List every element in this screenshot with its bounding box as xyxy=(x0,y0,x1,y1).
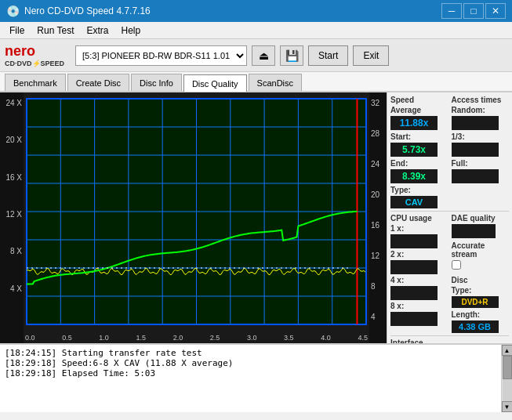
save-button[interactable]: 💾 xyxy=(280,45,303,66)
cpu-1x-label: 1 x: xyxy=(390,224,448,233)
menu-run-test[interactable]: Run Test xyxy=(31,22,80,39)
toolbar: nero CD·DVD⚡SPEED [5:3] PIONEER BD-RW BD… xyxy=(0,39,512,72)
scroll-track xyxy=(503,356,512,401)
cpu-2x-label: 2 x: xyxy=(390,250,448,259)
cpu-label: CPU usage xyxy=(390,214,448,223)
tab-scan-disc[interactable]: ScanDisc xyxy=(249,74,302,91)
cpu-4x-label: 4 x: xyxy=(390,276,448,284)
disc-type-section-label: Disc xyxy=(452,276,510,284)
disc-type-section: Disc Type: DVD+R Length: 4.38 GB xyxy=(452,276,510,333)
access-times-label: Access times xyxy=(452,96,510,104)
cpu-2x-value xyxy=(390,260,438,274)
menu-extra[interactable]: Extra xyxy=(80,22,114,39)
access-times-section: Access times Random: 1/3: Full: xyxy=(452,96,510,208)
speed-start-label: Start: xyxy=(390,132,448,141)
x-axis-labels: 0.0 0.5 1.0 1.5 2.0 2.5 3.0 3.5 4.0 4.5 xyxy=(24,334,369,342)
speed-label: Speed xyxy=(390,96,448,104)
full-label: Full: xyxy=(452,159,510,168)
exit-button[interactable]: Exit xyxy=(353,45,389,66)
close-button[interactable]: ✕ xyxy=(485,3,506,19)
y-axis-left: 24 X 20 X 16 X 12 X 8 X 4 X xyxy=(0,92,24,343)
menu-file[interactable]: File xyxy=(3,22,31,39)
tab-disc-info[interactable]: Disc Info xyxy=(131,74,182,91)
tab-disc-quality[interactable]: Disc Quality xyxy=(183,74,247,92)
disc-length-value: 4.38 GB xyxy=(452,320,499,333)
divider-1 xyxy=(390,211,509,212)
tabs: Benchmark Create Disc Disc Info Disc Qua… xyxy=(0,72,512,92)
nero-logo: nero CD·DVD⚡SPEED xyxy=(5,43,64,67)
speed-average-label: Average xyxy=(390,106,448,114)
cpu-4x-value xyxy=(390,286,438,300)
one-third-label: 1/3: xyxy=(452,132,510,141)
accurate-stream-row xyxy=(452,260,510,270)
accurate-stream-checkbox[interactable] xyxy=(452,260,461,270)
speed-type-label: Type: xyxy=(390,186,448,194)
speed-access-row: Speed Average 11.88x Start: 5.73x End: 8… xyxy=(390,96,509,208)
title-bar-controls: ─ □ ✕ xyxy=(441,3,506,19)
logo-area: nero CD·DVD⚡SPEED xyxy=(5,43,71,67)
dae-section: DAE quality Accurate stream Disc Type: D… xyxy=(452,214,510,333)
speed-section: Speed Average 11.88x Start: 5.73x End: 8… xyxy=(390,96,448,208)
one-third-value xyxy=(452,143,499,157)
divider-2 xyxy=(390,335,509,336)
cpu-dae-row: CPU usage 1 x: 2 x: 4 x: 8 x: DAE qualit… xyxy=(390,214,509,333)
menu-help[interactable]: Help xyxy=(115,22,147,39)
minimize-button[interactable]: ─ xyxy=(441,3,462,19)
main-content: 24 X 20 X 16 X 12 X 8 X 4 X 0.0 0.5 1.0 … xyxy=(0,92,512,343)
scroll-down-button[interactable]: ▼ xyxy=(502,401,513,412)
speed-end-value: 8.39x xyxy=(390,169,438,183)
tab-benchmark[interactable]: Benchmark xyxy=(5,74,66,91)
cpu-1x-value xyxy=(390,234,438,248)
chart-canvas-container: 0.0 0.5 1.0 1.5 2.0 2.5 3.0 3.5 4.0 4.5 xyxy=(24,92,369,343)
disc-type-label: Type: xyxy=(452,286,510,295)
cpu-8x-value xyxy=(390,312,438,326)
speed-end-label: End: xyxy=(390,159,448,168)
chart-canvas xyxy=(24,92,369,343)
eject-button[interactable]: ⏏ xyxy=(252,45,275,66)
random-value xyxy=(452,116,499,130)
right-panel: Speed Average 11.88x Start: 5.73x End: 8… xyxy=(387,92,512,343)
log-entry-2: [18:29:18] Elapsed Time: 5:03 xyxy=(5,368,496,378)
disc-type-value: DVD+R xyxy=(452,296,499,308)
tab-create-disc[interactable]: Create Disc xyxy=(67,74,129,91)
app-title: Nero CD-DVD Speed 4.7.7.16 xyxy=(24,5,151,16)
log-entry-0: [18:24:15] Starting transfer rate test xyxy=(5,348,496,358)
chart-section: 24 X 20 X 16 X 12 X 8 X 4 X 0.0 0.5 1.0 … xyxy=(0,92,387,343)
interface-section: Interface Burst rate: xyxy=(390,339,509,343)
speed-start-value: 5.73x xyxy=(390,143,438,157)
scroll-up-button[interactable]: ▲ xyxy=(502,345,513,356)
full-value xyxy=(452,169,499,183)
log-scrollbar[interactable]: ▲ ▼ xyxy=(501,345,512,412)
cpu-section: CPU usage 1 x: 2 x: 4 x: 8 x: xyxy=(390,214,448,333)
maximize-button[interactable]: □ xyxy=(463,3,484,19)
dae-value xyxy=(452,224,496,238)
log-area: [18:24:15] Starting transfer rate test [… xyxy=(0,343,512,412)
speed-average-value: 11.88x xyxy=(390,116,438,130)
title-bar: 💿 Nero CD-DVD Speed 4.7.7.16 ─ □ ✕ xyxy=(0,0,512,22)
title-bar-left: 💿 Nero CD-DVD Speed 4.7.7.16 xyxy=(6,5,151,17)
cpu-8x-label: 8 x: xyxy=(390,302,448,310)
speed-type-value: CAV xyxy=(390,196,438,208)
start-button[interactable]: Start xyxy=(308,45,348,66)
menu-bar: File Run Test Extra Help xyxy=(0,22,512,39)
accurate-stream-label: Accurate stream xyxy=(452,241,510,259)
dae-label: DAE quality xyxy=(452,214,510,223)
interface-label: Interface xyxy=(390,339,509,343)
app-icon: 💿 xyxy=(6,5,20,17)
log-content: [18:24:15] Starting transfer rate test [… xyxy=(0,345,501,412)
random-label: Random: xyxy=(452,106,510,114)
disc-length-label: Length: xyxy=(452,310,510,319)
y-axis-right: 32 28 24 20 16 12 8 4 xyxy=(369,92,387,343)
drive-select[interactable]: [5:3] PIONEER BD-RW BDR-S11 1.01 xyxy=(75,45,247,66)
log-entry-1: [18:29:18] Speed:6-8 X CAV (11.88 X aver… xyxy=(5,358,496,368)
scroll-thumb[interactable] xyxy=(503,356,512,379)
